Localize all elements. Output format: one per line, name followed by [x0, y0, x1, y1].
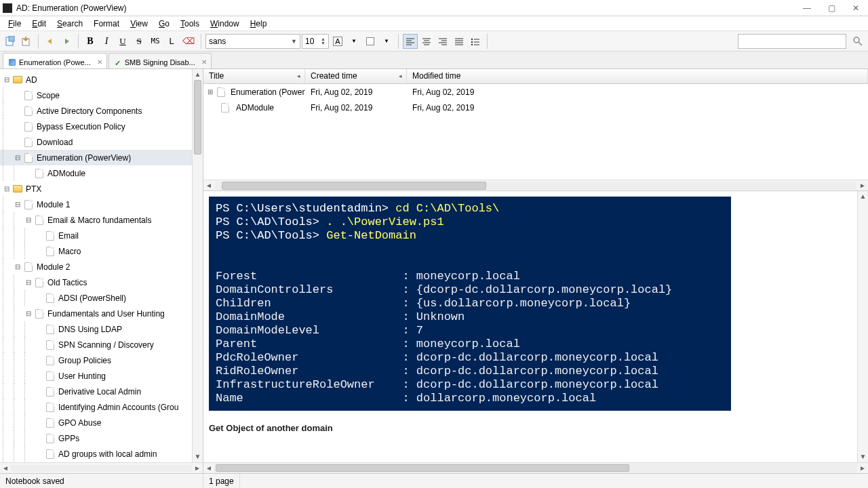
search-button[interactable]: [850, 34, 865, 49]
scroll-down-icon[interactable]: ▼: [193, 451, 203, 462]
menu-help[interactable]: Help: [245, 17, 273, 30]
bg-color-button[interactable]: [363, 34, 378, 49]
tree-item[interactable]: AD groups with local admin: [0, 446, 203, 462]
tree-item[interactable]: ADModule: [0, 165, 203, 181]
underline-button[interactable]: U: [115, 34, 130, 49]
strike-button[interactable]: S: [132, 34, 146, 49]
font-size-input[interactable]: 10 ▲▼: [302, 34, 329, 49]
close-button[interactable]: ✕: [844, 1, 868, 16]
bullet-list-button[interactable]: [468, 34, 483, 49]
scroll-up-icon[interactable]: ▲: [193, 69, 203, 80]
tab-close-icon[interactable]: ✕: [201, 58, 207, 66]
font-color-button[interactable]: A: [330, 34, 345, 49]
scroll-down-icon[interactable]: ▼: [858, 451, 868, 462]
tree-item[interactable]: DNS Using LDAP: [0, 321, 203, 337]
tree-item[interactable]: Scope: [0, 87, 203, 103]
maximize-button[interactable]: ▢: [819, 1, 844, 16]
document-tab[interactable]: Enumeration (Powe...✕: [3, 53, 107, 68]
align-justify-button[interactable]: [452, 34, 467, 49]
minimize-button[interactable]: —: [795, 1, 819, 16]
menu-window[interactable]: Window: [205, 17, 245, 30]
menu-edit[interactable]: Edit: [26, 17, 52, 30]
content-hscrollbar[interactable]: ◄ ►: [203, 462, 868, 473]
bold-button[interactable]: B: [83, 34, 98, 49]
tree-item[interactable]: ADSI (PowerShell): [0, 290, 203, 306]
list-row[interactable]: ⊞Enumeration (PowerView)Fri, Aug 02, 201…: [203, 84, 868, 100]
tree-item[interactable]: Bypass Execution Policy: [0, 119, 203, 134]
scroll-right-icon[interactable]: ►: [857, 182, 868, 189]
list-row[interactable]: ADModuleFri, Aug 02, 2019Fri, Aug 02, 20…: [203, 100, 868, 115]
collapse-icon[interactable]: ⊟: [3, 73, 11, 87]
scroll-left-icon[interactable]: ◄: [203, 182, 214, 189]
collapse-icon[interactable]: ⊟: [24, 275, 33, 290]
collapse-icon[interactable]: ⊟: [3, 182, 11, 197]
font-family-select[interactable]: sans ▼: [205, 34, 300, 49]
tree-item[interactable]: ⊟Old Tactics: [0, 274, 203, 290]
tree-item[interactable]: ⊟Email & Macro fundamentals: [0, 212, 203, 228]
tree-item[interactable]: SPN Scanning / Discovery: [0, 337, 203, 352]
import-button[interactable]: [19, 34, 34, 49]
menu-go[interactable]: Go: [153, 17, 175, 30]
document-tab[interactable]: ✓SMB Signing Disab...✕: [108, 53, 212, 68]
collapse-icon[interactable]: ⊟: [14, 260, 22, 274]
spin-down[interactable]: ▼: [321, 41, 326, 45]
column-created[interactable]: Created time◂: [305, 69, 407, 83]
tree-item[interactable]: ⊟Enumeration (PowerView): [0, 150, 203, 165]
new-note-button[interactable]: [3, 34, 18, 49]
menu-tools[interactable]: Tools: [175, 17, 205, 30]
tree-item[interactable]: ⊟Module 2: [0, 259, 203, 274]
tree-vscrollbar[interactable]: ▲ ▼: [192, 69, 203, 462]
tree-item[interactable]: User Hunting: [0, 368, 203, 384]
scroll-left-icon[interactable]: ◄: [0, 464, 11, 472]
tree-item[interactable]: ⊟Module 1: [0, 197, 203, 212]
collapse-icon[interactable]: ⊟: [24, 213, 33, 228]
column-modified[interactable]: Modified time: [407, 69, 868, 83]
tree-item[interactable]: ⊟Fundamentals and User Hunting: [0, 306, 203, 321]
tree-item[interactable]: Download: [0, 134, 203, 150]
align-left-button[interactable]: [403, 34, 418, 49]
tree-item[interactable]: ⊟PTX: [0, 181, 203, 197]
tree-item[interactable]: Macro: [0, 243, 203, 259]
expand-icon[interactable]: ⊞: [208, 88, 213, 96]
tree-item[interactable]: GPPs: [0, 430, 203, 446]
page-icon: [23, 106, 34, 117]
column-title[interactable]: Title◂: [203, 69, 305, 83]
scroll-up-icon[interactable]: ▲: [858, 191, 868, 202]
tree-item[interactable]: ⊟AD: [0, 72, 203, 87]
note-content[interactable]: PS C:\Users\studentadmin> cd C:\AD\Tools…: [203, 191, 857, 462]
tree-item[interactable]: Email: [0, 228, 203, 243]
scroll-thumb[interactable]: [194, 80, 201, 155]
list-hscrollbar[interactable]: ◄ ►: [203, 180, 868, 190]
back-button[interactable]: [43, 34, 58, 49]
tree-item[interactable]: Derivative Local Admin: [0, 384, 203, 399]
tab-close-icon[interactable]: ✕: [97, 58, 102, 66]
tree-item[interactable]: Group Policies: [0, 352, 203, 368]
collapse-icon[interactable]: ⊟: [14, 197, 22, 212]
clear-format-button[interactable]: ⌫: [180, 34, 197, 49]
collapse-icon[interactable]: ⊟: [24, 306, 33, 321]
align-center-button[interactable]: [419, 34, 434, 49]
tree-item[interactable]: Active Directory Components: [0, 103, 203, 119]
content-vscrollbar[interactable]: ▲ ▼: [857, 191, 868, 462]
scroll-right-icon[interactable]: ►: [857, 463, 868, 473]
scroll-right-icon[interactable]: ►: [192, 464, 203, 472]
collapse-icon[interactable]: ⊟: [14, 150, 22, 165]
bg-color-dropdown[interactable]: ▼: [379, 34, 394, 49]
scroll-thumb[interactable]: [216, 464, 629, 472]
search-input[interactable]: [738, 34, 846, 49]
highlight-button[interactable]: L: [164, 34, 179, 49]
tree-hscrollbar[interactable]: ◄ ►: [0, 462, 203, 473]
italic-button[interactable]: I: [99, 34, 114, 49]
scroll-left-icon[interactable]: ◄: [203, 463, 214, 473]
menu-view[interactable]: View: [125, 17, 153, 30]
forward-button[interactable]: [59, 34, 74, 49]
font-color-dropdown[interactable]: ▼: [347, 34, 361, 49]
tree-item[interactable]: Identifying Admin Accounts (Grou: [0, 399, 203, 415]
tree-item[interactable]: GPO Abuse: [0, 415, 203, 430]
scroll-thumb[interactable]: [222, 182, 486, 190]
menu-search[interactable]: Search: [52, 17, 88, 30]
monospace-button[interactable]: MS: [148, 34, 163, 49]
menu-format[interactable]: Format: [88, 17, 125, 30]
menu-file[interactable]: File: [3, 17, 26, 30]
align-right-button[interactable]: [435, 34, 450, 49]
